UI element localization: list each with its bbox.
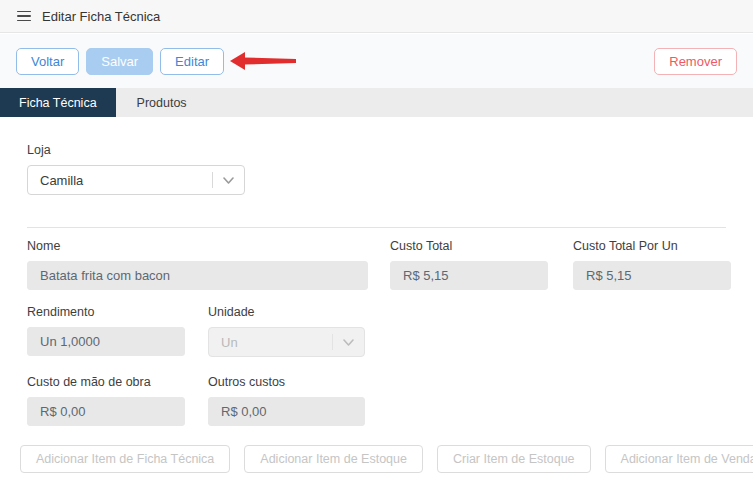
unidade-label: Unidade: [208, 305, 365, 319]
nome-label: Nome: [27, 239, 368, 253]
voltar-button[interactable]: Voltar: [16, 48, 79, 75]
section-divider: [27, 227, 726, 228]
tab-ficha-tecnica[interactable]: Ficha Técnica: [0, 88, 116, 117]
field-loja: Loja Camilla: [27, 143, 245, 195]
rendimento-input[interactable]: Un 1,0000: [27, 327, 185, 356]
arrow-left-icon: [230, 51, 298, 71]
field-custo-mao-de-obra: Custo de mão de obra R$ 0,00: [27, 375, 185, 426]
field-rendimento: Rendimento Un 1,0000: [27, 305, 185, 356]
custo-mao-de-obra-label: Custo de mão de obra: [27, 375, 185, 389]
chevron-down-icon: [213, 177, 244, 184]
nome-input[interactable]: Batata frita com bacon: [27, 261, 368, 290]
rendimento-label: Rendimento: [27, 305, 185, 319]
action-toolbar: Voltar Salvar Editar Remover: [0, 34, 753, 88]
field-custo-total-por-un: Custo Total Por Un R$ 5,15: [573, 239, 731, 290]
salvar-button[interactable]: Salvar: [86, 48, 153, 75]
chevron-down-icon: [333, 339, 364, 346]
footer-actions: Adicionar Item de Ficha Técnica Adiciona…: [20, 445, 753, 473]
loja-label: Loja: [27, 143, 245, 157]
loja-select[interactable]: Camilla: [27, 165, 245, 195]
outros-custos-label: Outros custos: [208, 375, 365, 389]
edit-ficha-tecnica-page: Editar Ficha Técnica Voltar Salvar Edita…: [0, 0, 753, 483]
custo-mao-de-obra-input[interactable]: R$ 0,00: [27, 397, 185, 426]
custo-total-input[interactable]: R$ 5,15: [390, 261, 548, 290]
custo-total-por-un-label: Custo Total Por Un: [573, 239, 731, 253]
field-nome: Nome Batata frita com bacon: [27, 239, 368, 290]
remover-button[interactable]: Remover: [654, 48, 737, 75]
editar-button[interactable]: Editar: [160, 48, 224, 75]
tab-produtos[interactable]: Produtos: [116, 88, 208, 117]
field-unidade: Unidade Un: [208, 305, 365, 357]
adicionar-item-estoque-button[interactable]: Adicionar Item de Estoque: [244, 445, 423, 473]
adicionar-item-venda-button[interactable]: Adicionar Item de Venda: [605, 445, 753, 473]
unidade-select[interactable]: Un: [208, 327, 365, 357]
criar-item-estoque-button[interactable]: Criar Item de Estoque: [437, 445, 591, 473]
field-outros-custos: Outros custos R$ 0,00: [208, 375, 365, 426]
custo-total-por-un-input[interactable]: R$ 5,15: [573, 261, 731, 290]
form-panel: Loja Camilla Nome Batata frita com bacon…: [0, 117, 753, 483]
tab-bar: Ficha Técnica Produtos: [0, 88, 753, 117]
page-title: Editar Ficha Técnica: [42, 9, 160, 24]
app-header: Editar Ficha Técnica: [0, 0, 753, 33]
unidade-select-value: Un: [221, 335, 332, 350]
custo-total-label: Custo Total: [390, 239, 548, 253]
loja-select-value: Camilla: [40, 173, 212, 188]
outros-custos-input[interactable]: R$ 0,00: [208, 397, 365, 426]
hamburger-icon[interactable]: [17, 11, 31, 22]
field-custo-total: Custo Total R$ 5,15: [390, 239, 548, 290]
adicionar-item-ficha-tecnica-button[interactable]: Adicionar Item de Ficha Técnica: [20, 445, 230, 473]
